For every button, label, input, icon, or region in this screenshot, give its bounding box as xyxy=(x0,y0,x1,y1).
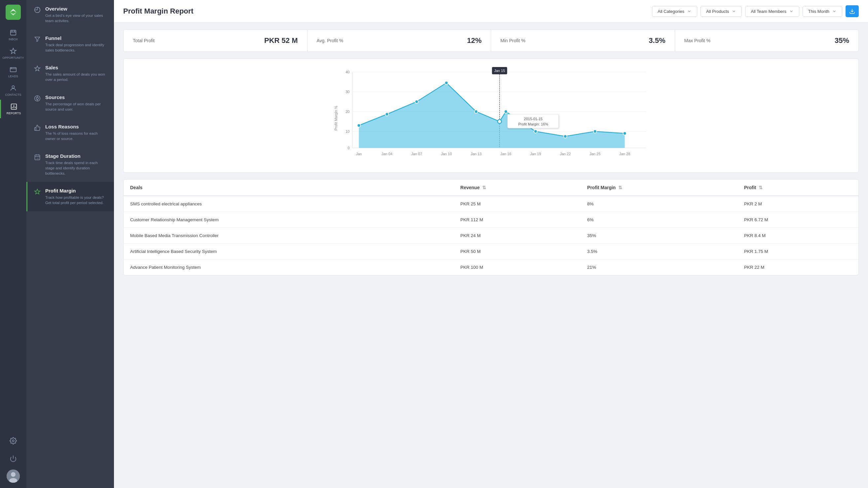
page-header: Profit Margin Report All Categories All … xyxy=(114,0,868,23)
svg-point-2 xyxy=(12,86,14,88)
svg-point-45 xyxy=(415,100,418,103)
nav-item-stage-duration[interactable]: 15 Stage Duration Track time deals spend… xyxy=(26,147,114,182)
svg-text:Jan 15: Jan 15 xyxy=(494,69,505,73)
power-icon-btn[interactable] xyxy=(0,452,26,465)
sidebar-icon-strip: INBOX OPPORTUNITY LEADS CONTACTS REPORTS xyxy=(0,0,26,488)
svg-text:40: 40 xyxy=(345,70,349,74)
svg-point-11 xyxy=(36,97,39,99)
nav-item-sales[interactable]: Sales The sales amount of deals you won … xyxy=(26,59,114,88)
svg-text:10: 10 xyxy=(345,129,349,133)
svg-text:Jan 13: Jan 13 xyxy=(471,152,482,156)
categories-filter[interactable]: All Categories xyxy=(652,6,697,17)
table-header-row: Deals Revenue ⇅ Profit Margin ⇅ Profit xyxy=(124,180,859,196)
svg-text:30: 30 xyxy=(345,90,349,94)
overview-icon xyxy=(34,7,41,14)
main-content: Profit Margin Report All Categories All … xyxy=(114,0,868,488)
page-title: Profit Margin Report xyxy=(123,7,193,15)
sources-icon xyxy=(34,95,41,103)
chevron-down-icon xyxy=(732,9,736,13)
col-profit[interactable]: Profit ⇅ xyxy=(738,180,859,196)
loss-icon xyxy=(34,125,41,132)
table-row: Advance Patient Monitoring System PKR 10… xyxy=(124,260,859,275)
profit-icon xyxy=(34,189,41,196)
products-filter[interactable]: All Products xyxy=(701,6,742,17)
sort-revenue-icon: ⇅ xyxy=(482,185,486,190)
stat-max-profit: Max Profit % 35% xyxy=(675,30,859,52)
sort-margin-icon: ⇅ xyxy=(618,185,622,190)
chart-svg-area: Profit Margin % 40 30 20 10 0 Jan Jan 0 xyxy=(130,65,852,166)
stat-min-profit: Min Profit % 3.5% xyxy=(491,30,675,52)
chevron-down-icon xyxy=(789,9,794,13)
sidebar-nav: Overview Get a bird's eye view of your s… xyxy=(26,0,114,488)
svg-text:Jan 19: Jan 19 xyxy=(530,152,541,156)
app-logo xyxy=(6,5,21,20)
svg-rect-0 xyxy=(10,30,16,35)
svg-point-49 xyxy=(504,110,508,113)
sales-icon xyxy=(34,65,41,73)
svg-marker-42 xyxy=(359,83,625,148)
sidebar-icon-inbox[interactable]: INBOX xyxy=(0,26,26,44)
col-revenue[interactable]: Revenue ⇅ xyxy=(454,180,581,196)
sidebar-icon-opportunity[interactable]: OPPORTUNITY xyxy=(0,44,26,63)
table-row: Customer Relationship Management System … xyxy=(124,212,859,228)
download-icon xyxy=(849,8,855,14)
funnel-icon xyxy=(34,36,41,44)
svg-text:Jan 28: Jan 28 xyxy=(619,152,630,156)
svg-point-50 xyxy=(534,130,537,133)
sidebar-icon-reports[interactable]: REPORTS xyxy=(0,100,26,118)
svg-text:Profit Margin %: Profit Margin % xyxy=(334,106,338,130)
team-filter[interactable]: All Team Members xyxy=(745,6,799,17)
chevron-down-icon xyxy=(687,9,692,13)
table-row: Mobile Based Media Transmission Controll… xyxy=(124,228,859,244)
svg-text:15: 15 xyxy=(37,158,39,160)
svg-point-48 xyxy=(498,120,502,124)
nav-item-loss-reasons[interactable]: Loss Reasons The % of loss reasons for e… xyxy=(26,118,114,147)
svg-point-4 xyxy=(12,440,14,442)
svg-text:Jan 04: Jan 04 xyxy=(381,152,392,156)
stat-avg-profit: Avg. Profit % 12% xyxy=(308,30,492,52)
period-filter[interactable]: This Month xyxy=(803,6,842,17)
svg-point-44 xyxy=(385,112,389,116)
col-deals: Deals xyxy=(124,180,454,196)
nav-item-overview[interactable]: Overview Get a bird's eye view of your s… xyxy=(26,0,114,29)
deals-table: Deals Revenue ⇅ Profit Margin ⇅ Profit xyxy=(123,179,859,275)
svg-point-53 xyxy=(623,132,626,135)
stage-icon: 15 xyxy=(34,154,41,162)
svg-point-43 xyxy=(358,124,361,127)
chevron-down-icon xyxy=(832,9,837,13)
svg-text:2015-01-15: 2015-01-15 xyxy=(524,117,542,121)
sidebar-bottom xyxy=(0,434,26,488)
main-body: Total Profit PKR 52 M Avg. Profit % 12% … xyxy=(114,23,868,488)
svg-text:Jan: Jan xyxy=(356,152,362,156)
user-avatar[interactable] xyxy=(7,469,20,483)
svg-text:Jan 25: Jan 25 xyxy=(590,152,600,156)
table-row: Artificial Intelligence Based Security S… xyxy=(124,244,859,260)
svg-point-52 xyxy=(593,130,597,133)
profit-chart: Profit Margin % 40 30 20 10 0 Jan Jan 0 xyxy=(130,65,852,164)
svg-point-51 xyxy=(564,135,567,138)
stats-row: Total Profit PKR 52 M Avg. Profit % 12% … xyxy=(123,29,859,52)
nav-item-funnel[interactable]: Funnel Track deal progression and identi… xyxy=(26,29,114,59)
svg-text:Jan 16: Jan 16 xyxy=(500,152,511,156)
svg-rect-1 xyxy=(10,68,16,72)
sidebar-icon-leads[interactable]: LEADS xyxy=(0,63,26,81)
header-controls: All Categories All Products All Team Mem… xyxy=(652,5,859,17)
svg-text:0: 0 xyxy=(347,146,349,150)
svg-text:Jan 10: Jan 10 xyxy=(441,152,452,156)
svg-text:Jan 07: Jan 07 xyxy=(411,152,422,156)
svg-point-7 xyxy=(11,472,16,477)
svg-text:Profit Margin: 16%: Profit Margin: 16% xyxy=(518,122,548,126)
nav-item-sources[interactable]: Sources The percentage of won deals per … xyxy=(26,89,114,118)
svg-text:Jan 22: Jan 22 xyxy=(560,152,571,156)
settings-icon-btn[interactable] xyxy=(0,434,26,448)
stat-total-profit: Total Profit PKR 52 M xyxy=(124,30,308,52)
download-button[interactable] xyxy=(845,5,859,17)
sort-profit-icon: ⇅ xyxy=(759,185,763,190)
table-row: SMS controlled electrical appliances PKR… xyxy=(124,196,859,212)
svg-text:20: 20 xyxy=(345,109,349,113)
svg-point-47 xyxy=(475,110,478,113)
nav-item-profit-margin[interactable]: Profit Margin Track how profitable is yo… xyxy=(26,182,114,211)
chart-container: Profit Margin % 40 30 20 10 0 Jan Jan 0 xyxy=(123,59,859,173)
col-profit-margin[interactable]: Profit Margin ⇅ xyxy=(581,180,738,196)
sidebar-icon-contacts[interactable]: CONTACTS xyxy=(0,81,26,100)
